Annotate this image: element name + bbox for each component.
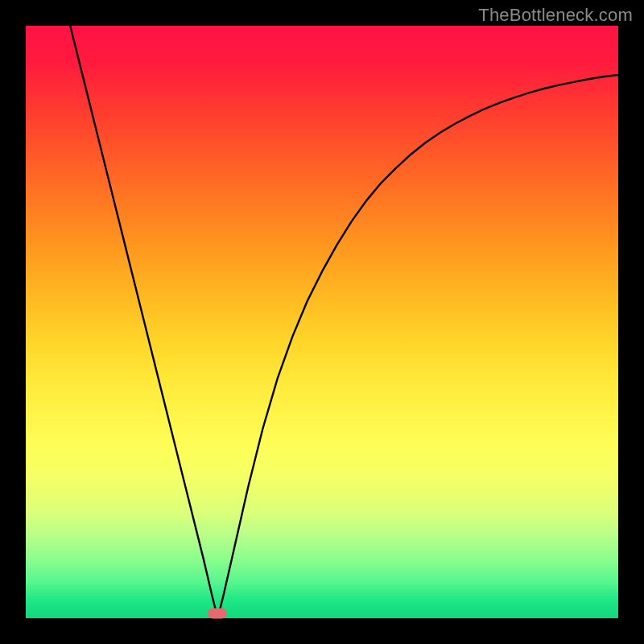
watermark-text: TheBottleneck.com — [478, 5, 633, 26]
bottleneck-curve — [26, 26, 618, 618]
optimum-marker — [208, 609, 227, 619]
plot-area — [26, 26, 618, 618]
chart-frame: TheBottleneck.com — [0, 0, 644, 644]
